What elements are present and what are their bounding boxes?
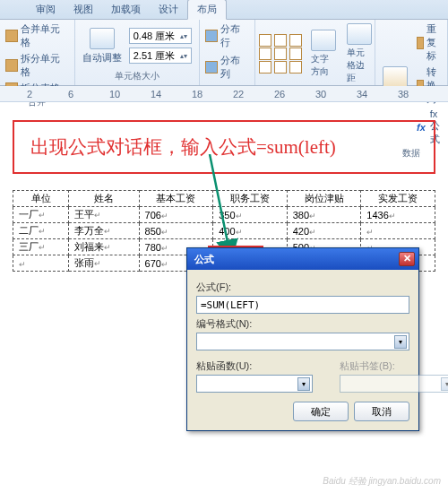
align-bl-icon[interactable] — [259, 61, 271, 74]
formula-input[interactable] — [196, 296, 409, 314]
watermark: Baidu 经验 jingyan.baidu.com — [323, 475, 441, 488]
cell-margins-button[interactable]: 单元格边距 — [343, 22, 375, 86]
chevron-down-icon: ▾ — [394, 335, 407, 349]
table-row: 二厂↵李万全↵850↵400↵420↵↵ — [13, 223, 435, 239]
repeat-header-icon — [417, 37, 424, 49]
align-mr-icon[interactable] — [289, 48, 302, 60]
tab-layout[interactable]: 布局 — [187, 0, 227, 20]
ribbon-tab-strip: 审阅 视图 加载项 设计 布局 — [0, 0, 448, 20]
chevron-updown-icon: ▴▾ — [180, 52, 187, 60]
text-direction-button[interactable]: 文字方向 — [307, 28, 340, 80]
paste-fn-select[interactable]: ▾ — [196, 375, 313, 393]
close-icon: ✕ — [403, 253, 411, 264]
cell-margins-icon — [347, 23, 372, 45]
merge-cells-icon — [5, 30, 18, 42]
chevron-down-icon: ▾ — [297, 377, 310, 391]
dialog-titlebar[interactable]: 公式 ✕ — [187, 248, 418, 270]
horizontal-ruler[interactable]: 261014182226303438 — [0, 86, 448, 102]
align-tc-icon[interactable] — [274, 34, 287, 47]
tab-addins[interactable]: 加载项 — [102, 0, 150, 19]
cancel-button[interactable]: 取消 — [354, 402, 409, 421]
ribbon: 合并单元格 拆分单元格 拆分表格 合并 自动调整 0.48 厘米▴▾ 2.51 … — [0, 20, 448, 86]
table-row: 单位姓名基本工资职务工资岗位津贴实发工资 — [13, 191, 435, 207]
annotation-callout: 出现公式对话框，输入公式=sum(left) — [13, 120, 435, 174]
chevron-down-icon: ▾ — [441, 377, 448, 391]
close-button[interactable]: ✕ — [399, 252, 415, 266]
distribute-rows-button[interactable]: 分布行 — [203, 22, 251, 50]
align-bc-icon[interactable] — [274, 61, 287, 74]
tab-design[interactable]: 设计 — [150, 0, 187, 19]
tab-view[interactable]: 视图 — [65, 0, 102, 19]
ok-button[interactable]: 确定 — [293, 402, 349, 421]
paste-bm-select: ▾ — [340, 375, 448, 393]
numfmt-label: 编号格式(N): — [196, 317, 409, 331]
paste-bm-label: 粘贴书签(B): — [340, 359, 448, 373]
align-mc-icon[interactable] — [274, 48, 287, 60]
repeat-header-button[interactable]: 重复标 — [415, 22, 444, 64]
table-row: 一厂↵王平↵706↵350↵380↵1436↵ — [13, 207, 435, 223]
split-cells-button[interactable]: 拆分单元格 — [4, 51, 71, 80]
merge-cells-button[interactable]: 合并单元格 — [4, 22, 71, 50]
dialog-title-text: 公式 — [194, 253, 214, 266]
align-tr-icon[interactable] — [289, 34, 302, 47]
autofit-icon — [90, 28, 115, 49]
autofit-button[interactable]: 自动调整 — [79, 26, 125, 66]
text-direction-icon — [311, 30, 336, 51]
distribute-rows-icon — [205, 30, 218, 42]
group-label-size: 单元格大小 — [79, 70, 196, 83]
col-width-spinner[interactable]: 2.51 厘米▴▾ — [129, 48, 192, 64]
tab-review[interactable]: 审阅 — [27, 0, 65, 19]
paste-fn-label: 粘贴函数(U): — [196, 359, 313, 373]
chevron-updown-icon: ▴▾ — [180, 32, 187, 40]
split-cells-icon — [5, 59, 18, 72]
formula-label: 公式(F): — [196, 281, 409, 294]
align-br-icon[interactable] — [289, 61, 302, 74]
sort-icon — [383, 66, 408, 88]
formula-dialog: 公式 ✕ 公式(F): 编号格式(N): ▾ 粘贴函数(U): ▾ 粘贴书签(B… — [186, 247, 419, 431]
align-tl-icon[interactable] — [259, 34, 271, 47]
distribute-cols-button[interactable]: 分布列 — [203, 53, 251, 82]
alignment-grid[interactable] — [259, 34, 304, 74]
distribute-cols-icon — [205, 61, 218, 74]
align-ml-icon[interactable] — [259, 48, 271, 60]
numfmt-select[interactable]: ▾ — [196, 333, 409, 350]
row-height-spinner[interactable]: 0.48 厘米▴▾ — [129, 28, 192, 44]
